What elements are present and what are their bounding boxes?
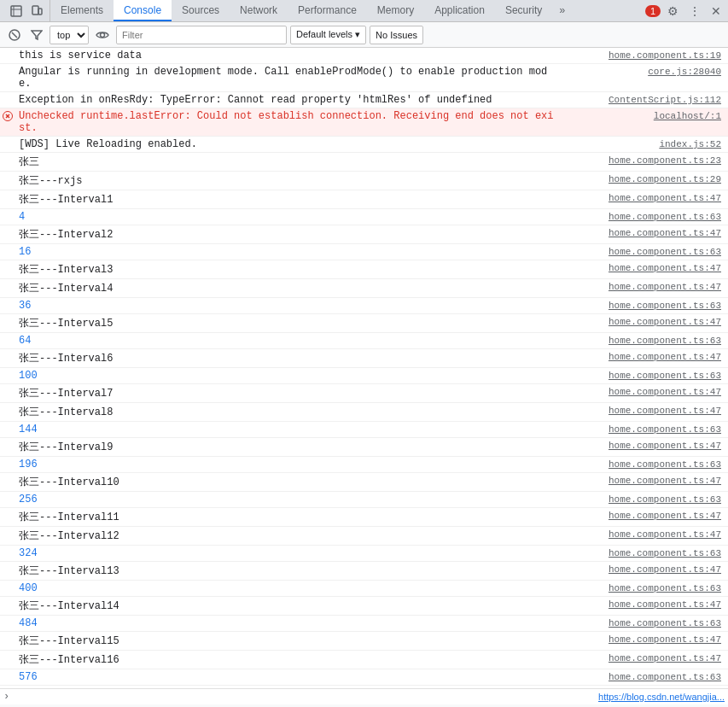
row-source-link[interactable]: home.component.ts:63 (557, 581, 728, 595)
row-source-link[interactable]: home.component.ts:47 (557, 191, 728, 205)
console-log-row: 张三---Interval16home.component.ts:47 (0, 651, 728, 669)
close-devtools-icon[interactable]: ✕ (708, 3, 725, 20)
clear-console-icon[interactable] (5, 27, 24, 43)
log-levels-button[interactable]: Default levels ▾ (290, 26, 366, 44)
tab-security[interactable]: Security (495, 0, 552, 21)
console-log-row: 张三---Interval5home.component.ts:47 (0, 314, 728, 333)
row-source-link[interactable]: home.component.ts:47 (557, 528, 728, 541)
console-log-row: 张三---Interval10home.component.ts:47 (0, 473, 728, 492)
row-source-link[interactable]: home.component.ts:47 (557, 651, 728, 665)
tab-network[interactable]: Network (230, 0, 288, 21)
filter-icon[interactable] (27, 27, 46, 43)
row-type-icon (0, 493, 15, 495)
row-source-link[interactable]: core.js:28040 (557, 65, 728, 79)
console-log-row: 16home.component.ts:63 (0, 244, 728, 260)
devtools-icons (3, 0, 50, 21)
row-type-icon (0, 261, 15, 264)
no-issues-button[interactable]: No Issues (370, 26, 423, 44)
row-source-link[interactable]: home.component.ts:47 (557, 350, 728, 364)
row-source-link[interactable]: home.component.ts:47 (557, 404, 728, 418)
row-source-link[interactable]: home.component.ts:47 (557, 385, 728, 399)
row-source-link[interactable]: home.component.ts:47 (557, 598, 728, 611)
context-selector[interactable]: top (50, 26, 89, 44)
console-log-row: 张三---Interval15home.component.ts:47 (0, 632, 728, 651)
row-type-icon (0, 315, 15, 318)
row-message: 张三---Interval2 (15, 226, 557, 242)
row-type-icon (0, 172, 15, 175)
tab-performance[interactable]: Performance (288, 0, 367, 21)
row-message: 张三---Interval10 (15, 474, 557, 490)
row-type-icon (0, 109, 15, 122)
row-type-icon (0, 651, 15, 654)
row-source-link[interactable]: home.component.ts:63 (557, 493, 728, 506)
row-source-link[interactable]: home.component.ts:47 (557, 563, 728, 576)
console-log-row: 4home.component.ts:63 (0, 209, 728, 225)
more-options-icon[interactable]: ⋮ (685, 3, 704, 20)
row-source-link[interactable]: home.component.ts:63 (557, 210, 728, 224)
console-input[interactable] (13, 691, 598, 703)
row-message: [WDS] Live Reloading enabled. (15, 137, 557, 151)
row-source-link[interactable]: home.component.ts:63 (557, 546, 728, 560)
row-message: 324 (15, 546, 557, 560)
tab-console[interactable]: Console (114, 0, 172, 21)
row-source-link[interactable]: home.component.ts:47 (557, 474, 728, 488)
row-source-link[interactable]: ContentScript.js:112 (557, 93, 728, 107)
console-log-row: Unchecked runtime.lastError: Could not e… (0, 108, 728, 137)
row-message: 张三---Interval13 (15, 563, 557, 579)
row-source-link[interactable]: home.component.ts:47 (557, 633, 728, 646)
row-type-icon (0, 633, 15, 635)
row-source-link[interactable]: home.component.ts:47 (557, 687, 728, 688)
row-source-link[interactable]: home.component.ts:63 (557, 299, 728, 313)
row-source-link[interactable]: home.component.ts:47 (557, 226, 728, 240)
inspect-icon[interactable] (9, 4, 24, 18)
row-message: 张三---Interval15 (15, 633, 557, 649)
settings-icon[interactable]: ⚙ (664, 3, 682, 20)
console-log-row: 400home.component.ts:63 (0, 581, 728, 597)
tab-memory[interactable]: Memory (367, 0, 424, 21)
row-source-link[interactable]: home.component.ts:23 (557, 154, 728, 167)
row-message: 张三---Interval6 (15, 350, 557, 366)
filter-input[interactable] (116, 26, 287, 44)
console-log-row: 张三---Interval9home.component.ts:47 (0, 438, 728, 457)
row-message: 100 (15, 369, 557, 383)
console-log-row: 256home.component.ts:63 (0, 492, 728, 508)
console-log-row: 36home.component.ts:63 (0, 298, 728, 314)
row-source-link[interactable]: home.component.ts:63 (557, 334, 728, 348)
row-type-icon (0, 210, 15, 213)
row-source-link[interactable]: home.component.ts:63 (557, 245, 728, 259)
row-source-link[interactable]: index.js:52 (557, 137, 728, 151)
row-type-icon (0, 385, 15, 388)
row-message: 196 (15, 458, 557, 471)
row-source-link[interactable]: localhost/:1 (557, 109, 728, 123)
device-toggle-icon[interactable] (29, 4, 44, 18)
row-type-icon (0, 280, 15, 283)
row-source-link[interactable]: home.component.ts:29 (557, 172, 728, 186)
console-prompt-row: › https://blog.csdn.net/wangjia... (0, 688, 728, 704)
tab-sources[interactable]: Sources (172, 0, 230, 21)
csdn-url-link[interactable]: https://blog.csdn.net/wangjia... (598, 692, 725, 702)
console-log-row: 324home.component.ts:63 (0, 546, 728, 562)
row-source-link[interactable]: home.component.ts:63 (557, 670, 728, 684)
row-source-link[interactable]: home.component.ts:47 (557, 280, 728, 294)
tab-overflow-button[interactable]: » (552, 0, 572, 21)
row-source-link[interactable]: home.component.ts:19 (557, 49, 728, 62)
row-source-link[interactable]: home.component.ts:47 (557, 509, 728, 523)
row-message: 张三---Interval9 (15, 439, 557, 455)
row-source-link[interactable]: home.component.ts:47 (557, 315, 728, 329)
row-source-link[interactable]: home.component.ts:47 (557, 439, 728, 453)
row-source-link[interactable]: home.component.ts:63 (557, 458, 728, 471)
console-log-row: 100home.component.ts:63 (0, 368, 728, 384)
eye-icon[interactable] (92, 28, 113, 42)
console-log-row: 张三---Interval11home.component.ts:47 (0, 508, 728, 527)
console-log-row: this is service datahome.component.ts:19 (0, 48, 728, 64)
row-type-icon (0, 299, 15, 301)
row-source-link[interactable]: home.component.ts:63 (557, 423, 728, 436)
tab-elements[interactable]: Elements (50, 0, 114, 21)
tab-application[interactable]: Application (424, 0, 495, 21)
row-message: 张三---Interval3 (15, 261, 557, 278)
row-source-link[interactable]: home.component.ts:63 (557, 369, 728, 383)
row-message: 16 (15, 245, 557, 259)
row-source-link[interactable]: home.component.ts:47 (557, 261, 728, 275)
row-message: 张三---Interval8 (15, 404, 557, 420)
row-source-link[interactable]: home.component.ts:63 (557, 616, 728, 630)
